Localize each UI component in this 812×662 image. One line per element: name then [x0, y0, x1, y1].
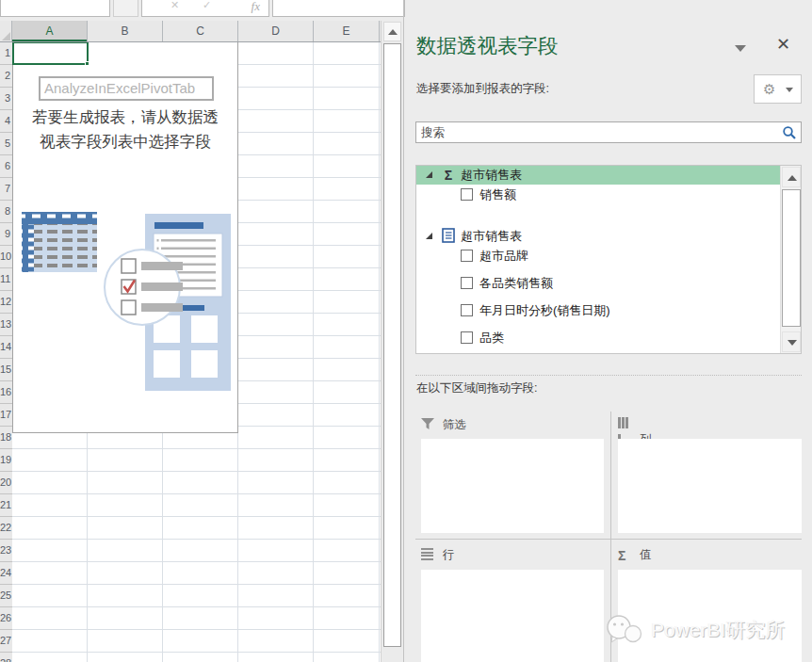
field-checkbox[interactable] — [461, 250, 473, 262]
row-header-5[interactable]: 5 — [0, 133, 12, 155]
select-all-corner[interactable] — [0, 21, 12, 41]
table-icon — [441, 228, 456, 244]
pivot-name-textbox[interactable]: AnalyzeInExcelPivotTab — [39, 76, 214, 101]
field-list-scrollbar[interactable] — [780, 166, 801, 353]
column-header-D[interactable]: D — [238, 21, 314, 41]
row-header-22[interactable]: 22 — [0, 517, 12, 540]
row-header-12[interactable]: 12 — [0, 291, 12, 314]
pane-divider — [403, 0, 404, 662]
row-header-16[interactable]: 16 — [0, 381, 12, 404]
field-checkbox[interactable] — [461, 331, 473, 344]
field-item-各品类销售额[interactable]: 各品类销售额 — [416, 275, 780, 291]
cancel-icon[interactable]: ✕ — [171, 0, 179, 11]
formula-bar-strip: ✕ ✓ fx — [0, 0, 405, 21]
field-item-年月日时分秒(销售日期)[interactable]: 年月日时分秒(销售日期) — [416, 302, 780, 318]
search-box[interactable] — [415, 121, 802, 143]
row-headers: 1234567891011121314151617181920212223242… — [0, 42, 12, 662]
enter-icon[interactable]: ✓ — [203, 0, 211, 11]
grid-body[interactable]: AnalyzeInExcelPivotTab 若要生成报表，请从数据透 视表字段… — [12, 42, 381, 662]
row-header-10[interactable]: 10 — [0, 246, 12, 268]
columns-drop-zone[interactable] — [618, 439, 802, 533]
column-header-B[interactable]: B — [88, 21, 163, 41]
field-checkbox[interactable] — [461, 188, 473, 201]
row-header-9[interactable]: 9 — [0, 223, 12, 246]
row-header-6[interactable]: 6 — [0, 155, 12, 178]
sheet-vertical-scrollbar[interactable] — [381, 21, 402, 662]
row-header-13[interactable]: 13 — [0, 314, 12, 336]
field-label: 销售额 — [479, 186, 516, 202]
chevron-down-icon — [786, 88, 793, 92]
scroll-thumb[interactable] — [383, 43, 401, 647]
row-header-24[interactable]: 24 — [0, 562, 12, 585]
row-header-28[interactable]: 28 — [0, 653, 12, 662]
scroll-up-button[interactable] — [383, 22, 401, 41]
column-header-A[interactable]: A — [12, 21, 88, 41]
field-label: 超市品牌 — [479, 248, 528, 264]
search-icon[interactable] — [782, 125, 797, 140]
row-header-23[interactable]: 23 — [0, 540, 12, 562]
field-label: 年月日时分秒(销售日期) — [479, 302, 610, 318]
values-drop-zone[interactable] — [618, 570, 802, 662]
fx-icon[interactable]: fx — [252, 0, 260, 14]
search-input[interactable] — [418, 123, 776, 141]
field-list[interactable]: Σ超市销售表销售额超市销售表超市品牌各品类销售额年月日时分秒(销售日期)品类 — [415, 165, 802, 354]
gridline — [379, 42, 380, 662]
expand-triangle-icon[interactable] — [426, 171, 432, 178]
drop-areas: 筛选 列 行 Σ值 — [415, 412, 802, 662]
worksheet[interactable]: AnalyzeInExcelPivotTab 若要生成报表，请从数据透 视表字段… — [0, 21, 381, 662]
row-header-17[interactable]: 17 — [0, 404, 12, 427]
column-header-row: ABCDE — [0, 21, 381, 42]
row-header-26[interactable]: 26 — [0, 607, 12, 630]
filter-icon — [421, 418, 435, 430]
row-header-20[interactable]: 20 — [0, 472, 12, 494]
row-header-2[interactable]: 2 — [0, 65, 12, 88]
field-group-label: 超市销售表 — [461, 166, 522, 185]
row-header-4[interactable]: 4 — [0, 110, 12, 133]
field-checkbox[interactable] — [461, 304, 473, 316]
row-header-1[interactable]: 1 — [0, 42, 12, 65]
fields-subtitle: 选择要添加到报表的字段: — [416, 81, 549, 97]
row-header-21[interactable]: 21 — [0, 494, 12, 517]
pane-close-icon[interactable]: ✕ — [776, 34, 790, 55]
row-header-27[interactable]: 27 — [0, 630, 12, 653]
excel-window: ✕ ✓ fx AnalyzeInExcelPivotTab 若要生成报表，请从数… — [0, 0, 812, 662]
field-item-品类[interactable]: 品类 — [416, 330, 780, 346]
field-group-0[interactable]: Σ超市销售表 — [416, 166, 780, 185]
expand-triangle-icon[interactable] — [426, 233, 432, 239]
formula-buttons: ✕ ✓ fx — [141, 0, 269, 17]
tools-button[interactable]: ⚙ — [754, 74, 802, 104]
values-area-header: Σ值 — [618, 546, 652, 563]
drag-areas-hint: 在以下区域间拖动字段: — [416, 380, 537, 396]
formula-input[interactable] — [272, 0, 405, 17]
namebox-splitter[interactable] — [113, 0, 138, 17]
row-header-8[interactable]: 8 — [0, 201, 12, 223]
row-header-14[interactable]: 14 — [0, 336, 12, 359]
pivot-placeholder[interactable]: AnalyzeInExcelPivotTab 若要生成报表，请从数据透 视表字段… — [12, 42, 238, 433]
selected-cell-a1[interactable] — [12, 41, 89, 65]
rows-drop-zone[interactable] — [421, 570, 604, 662]
rows-icon — [421, 548, 435, 560]
column-header-C[interactable]: C — [163, 21, 238, 41]
row-header-25[interactable]: 25 — [0, 585, 12, 607]
gridline — [313, 42, 314, 662]
pane-options-caret-icon[interactable] — [735, 45, 746, 52]
scroll-thumb[interactable] — [782, 189, 801, 327]
row-header-11[interactable]: 11 — [0, 268, 12, 291]
field-checkbox[interactable] — [461, 277, 473, 289]
row-header-7[interactable]: 7 — [0, 178, 12, 201]
scroll-down-button[interactable] — [782, 331, 801, 352]
row-header-19[interactable]: 19 — [0, 449, 12, 472]
field-label: 品类 — [479, 330, 504, 346]
row-header-15[interactable]: 15 — [0, 359, 12, 381]
field-item-超市品牌[interactable]: 超市品牌 — [416, 248, 780, 264]
filters-drop-zone[interactable] — [421, 439, 604, 533]
field-item-销售额[interactable]: 销售额 — [416, 186, 780, 202]
name-box[interactable] — [0, 0, 110, 17]
pivot-illustration — [13, 210, 239, 433]
row-header-3[interactable]: 3 — [0, 88, 12, 110]
column-header-E[interactable]: E — [314, 21, 380, 41]
field-group-1[interactable]: 超市销售表 — [416, 227, 780, 246]
fill-handle[interactable] — [85, 61, 89, 66]
row-header-18[interactable]: 18 — [0, 427, 12, 449]
scroll-up-button[interactable] — [782, 167, 801, 187]
